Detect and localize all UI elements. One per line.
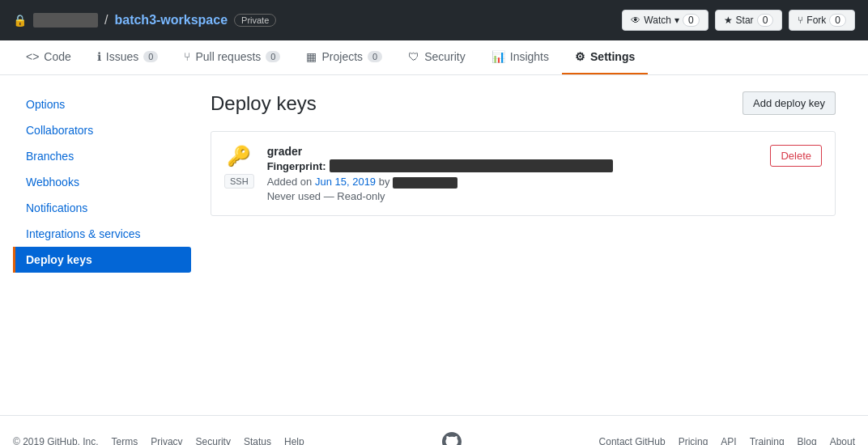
fork-button[interactable]: ⑂ Fork 0 [789, 10, 855, 31]
added-label: Added on [267, 176, 313, 188]
tab-code[interactable]: <> Code [13, 40, 84, 74]
footer: © 2019 GitHub, Inc. Terms Privacy Securi… [0, 415, 868, 445]
key-status: Never used — Read-only [267, 190, 758, 202]
key-actions: Delete [770, 145, 822, 167]
ssh-badge: SSH [224, 174, 254, 189]
watch-count: 0 [683, 14, 700, 27]
tab-pull-requests[interactable]: ⑂ Pull requests 0 [171, 40, 293, 74]
key-added-meta: Added on Jun 15, 2019 by [267, 176, 758, 189]
top-bar: 🔒 / batch3-workspace Private 👁 Watch ▾ 0… [0, 0, 868, 40]
fork-count: 0 [829, 14, 846, 27]
star-button[interactable]: ★ Star 0 [715, 10, 783, 31]
key-details: grader Fingerprint: Added on Jun 15, 201… [267, 145, 758, 202]
key-name: grader [267, 145, 758, 158]
tab-insights-label: Insights [510, 50, 549, 63]
fingerprint-value [330, 159, 613, 172]
watch-button[interactable]: 👁 Watch ▾ 0 [622, 10, 708, 31]
footer-blog-link[interactable]: Blog [798, 436, 817, 445]
tab-settings[interactable]: ⚙ Settings [562, 40, 648, 74]
private-badge: Private [234, 14, 276, 27]
sidebar-item-webhooks[interactable]: Webhooks [13, 169, 191, 195]
sidebar-item-notifications[interactable]: Notifications [13, 195, 191, 221]
copyright: © 2019 GitHub, Inc. [13, 436, 99, 445]
tab-insights[interactable]: 📊 Insights [479, 40, 562, 74]
sidebar-item-integrations[interactable]: Integrations & services [13, 221, 191, 247]
footer-contact-link[interactable]: Contact GitHub [599, 436, 666, 445]
footer-help-link[interactable]: Help [284, 436, 304, 445]
sidebar-item-deploy-keys[interactable]: Deploy keys [13, 247, 191, 273]
projects-count: 0 [368, 51, 382, 62]
repo-name-link[interactable]: batch3-workspace [114, 13, 228, 28]
add-deploy-key-button[interactable]: Add deploy key [742, 91, 836, 115]
star-label: Star [736, 15, 754, 26]
footer-left: © 2019 GitHub, Inc. Terms Privacy Securi… [13, 436, 304, 445]
footer-status-link[interactable]: Status [244, 436, 271, 445]
key-fingerprint: Fingerprint: [267, 159, 758, 172]
page-title: Deploy keys [211, 92, 317, 115]
settings-icon: ⚙ [575, 50, 585, 63]
projects-icon: ▦ [306, 50, 317, 63]
repo-actions: 👁 Watch ▾ 0 ★ Star 0 ⑂ Fork 0 [622, 10, 855, 31]
added-by-name [393, 177, 457, 189]
repo-info: 🔒 / batch3-workspace Private [13, 13, 276, 28]
page-header: Deploy keys Add deploy key [211, 91, 836, 115]
tab-settings-label: Settings [590, 50, 635, 63]
org-name [33, 13, 98, 28]
sidebar-item-options[interactable]: Options [13, 91, 191, 117]
content-area: Deploy keys Add deploy key 🔑 SSH grader … [191, 91, 855, 367]
delete-key-button[interactable]: Delete [770, 145, 822, 167]
star-icon: ★ [724, 15, 733, 26]
issues-count: 0 [143, 51, 158, 62]
watch-dropdown-icon: ▾ [674, 15, 679, 26]
footer-privacy-link[interactable]: Privacy [151, 436, 182, 445]
fork-icon: ⑂ [798, 15, 803, 26]
added-by-label: by [379, 176, 390, 188]
footer-security-link[interactable]: Security [196, 436, 231, 445]
tab-security-label: Security [424, 50, 466, 63]
insights-icon: 📊 [491, 50, 505, 63]
sidebar: Options Collaborators Branches Webhooks … [13, 91, 191, 367]
tab-projects-label: Projects [321, 50, 363, 63]
tab-security[interactable]: 🛡 Security [395, 40, 479, 74]
code-icon: <> [26, 50, 39, 63]
watch-label: Watch [644, 15, 671, 26]
footer-pricing-link[interactable]: Pricing [679, 436, 708, 445]
repo-separator: / [104, 13, 108, 28]
octocat-logo [442, 432, 462, 445]
issues-icon: ℹ [97, 50, 101, 63]
pull-requests-count: 0 [266, 51, 280, 62]
eye-icon: 👁 [631, 15, 640, 26]
tab-issues[interactable]: ℹ Issues 0 [84, 40, 172, 74]
lock-icon: 🔒 [13, 14, 27, 27]
star-count: 0 [757, 14, 774, 27]
footer-terms-link[interactable]: Terms [112, 436, 138, 445]
key-card: 🔑 SSH grader Fingerprint: Added on Jun 1… [211, 131, 836, 216]
security-icon: 🛡 [408, 50, 419, 63]
nav-tabs: <> Code ℹ Issues 0 ⑂ Pull requests 0 ▦ P… [0, 40, 868, 75]
tab-pull-requests-label: Pull requests [195, 50, 261, 63]
added-date[interactable]: Jun 15, 2019 [315, 176, 376, 188]
key-icon-section: 🔑 SSH [224, 145, 254, 189]
sidebar-item-branches[interactable]: Branches [13, 143, 191, 169]
fork-label: Fork [806, 15, 826, 26]
fingerprint-label: Fingerprint: [267, 160, 326, 172]
footer-right: Contact GitHub Pricing API Training Blog… [599, 436, 855, 445]
tab-code-label: Code [44, 50, 70, 63]
sidebar-item-collaborators[interactable]: Collaborators [13, 117, 191, 143]
main-content: Options Collaborators Branches Webhooks … [0, 75, 868, 383]
key-icon: 🔑 [227, 145, 251, 167]
pull-requests-icon: ⑂ [184, 50, 190, 63]
footer-about-link[interactable]: About [830, 436, 855, 445]
footer-api-link[interactable]: API [721, 436, 736, 445]
tab-projects[interactable]: ▦ Projects 0 [293, 40, 395, 74]
tab-issues-label: Issues [106, 50, 138, 63]
footer-training-link[interactable]: Training [750, 436, 785, 445]
